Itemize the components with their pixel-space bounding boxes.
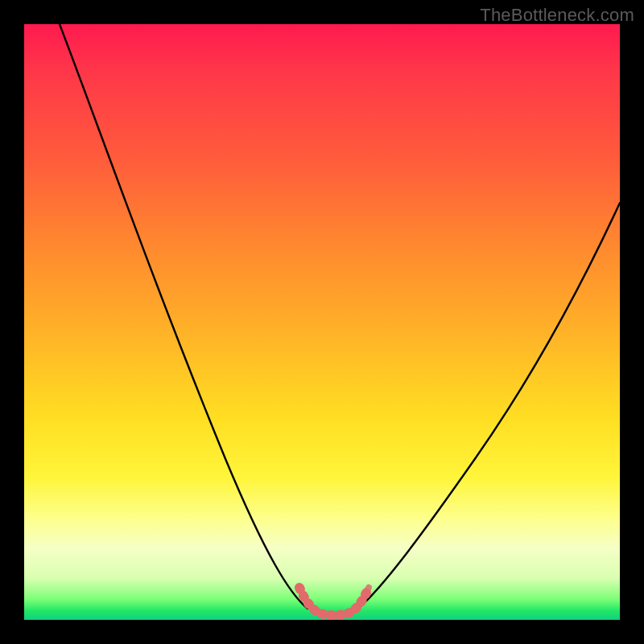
watermark-text: TheBottleneck.com xyxy=(480,5,634,26)
curve-left-branch xyxy=(60,24,308,609)
curve-layer xyxy=(24,24,620,620)
chart-frame: TheBottleneck.com xyxy=(0,0,644,644)
curve-right-branch xyxy=(358,203,620,609)
plot-area xyxy=(24,24,620,620)
